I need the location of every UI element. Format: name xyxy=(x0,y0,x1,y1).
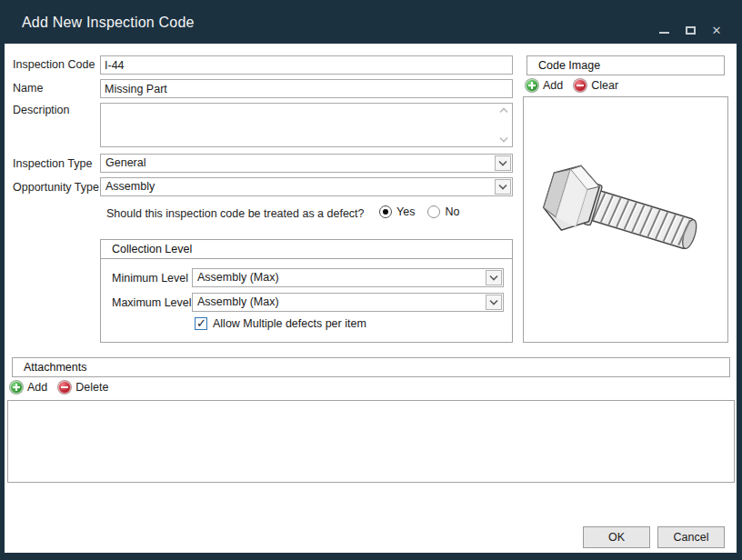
clear-label: Clear xyxy=(591,79,618,92)
inspection-type-select[interactable]: General xyxy=(100,154,513,173)
inspection-code-input[interactable] xyxy=(100,55,513,75)
delete-label: Delete xyxy=(75,381,108,394)
minus-circle-icon xyxy=(574,79,587,92)
cancel-button[interactable]: Cancel xyxy=(657,526,725,548)
close-icon: ✕ xyxy=(712,25,722,36)
collection-level-header: Collection Level xyxy=(100,239,513,259)
code-image-header: Code Image xyxy=(526,55,725,75)
dialog-content: Inspection Code Name Description Inspect… xyxy=(5,44,737,553)
radio-no[interactable]: No xyxy=(427,205,459,218)
maximize-icon xyxy=(686,26,696,35)
window-title: Add New Inspection Code xyxy=(22,15,195,31)
allow-multiple-defects-label: Allow Multiple defects per item xyxy=(213,317,366,330)
attachments-toolbar: Add Delete xyxy=(7,377,735,397)
chevron-down-icon[interactable] xyxy=(495,155,511,171)
code-image-clear-button[interactable]: Clear xyxy=(574,79,618,92)
maximum-level-value: Assembly (Max) xyxy=(197,295,483,308)
maximize-button[interactable] xyxy=(683,24,697,36)
defect-question-label: Should this inspection code be treated a… xyxy=(106,207,365,220)
collection-level-body: Minimum Level Assembly (Max) Maximum Lev… xyxy=(100,258,513,343)
scrollbar-down-icon[interactable] xyxy=(499,136,508,143)
code-image-add-button[interactable]: Add xyxy=(526,79,563,92)
code-image-toolbar: Add Clear xyxy=(523,75,728,95)
chevron-down-icon[interactable] xyxy=(486,270,502,285)
maximum-level-label: Maximum Level xyxy=(112,296,192,309)
checkbox-icon: ✓ xyxy=(195,317,207,330)
name-label: Name xyxy=(13,82,43,95)
add-label: Add xyxy=(543,79,563,92)
minimum-level-value: Assembly (Max) xyxy=(197,271,483,284)
attachments-list[interactable] xyxy=(7,400,735,483)
minimize-icon xyxy=(659,32,669,34)
radio-yes-circle xyxy=(379,205,392,218)
radio-no-label: No xyxy=(445,205,459,218)
opportunity-type-value: Assembly xyxy=(105,180,492,193)
plus-circle-icon xyxy=(526,79,538,92)
opportunity-type-select[interactable]: Assembly xyxy=(100,177,513,196)
description-textarea[interactable] xyxy=(100,103,513,147)
name-input[interactable] xyxy=(100,79,513,98)
code-image-preview xyxy=(523,96,728,343)
inspection-code-label: Inspection Code xyxy=(13,58,95,71)
radio-no-circle xyxy=(427,205,440,218)
inspection-type-value: General xyxy=(105,156,492,169)
allow-multiple-defects-checkbox[interactable]: ✓ Allow Multiple defects per item xyxy=(195,317,366,330)
minimum-level-select[interactable]: Assembly (Max) xyxy=(192,268,504,287)
add-label: Add xyxy=(27,381,47,394)
window-controls: ✕ xyxy=(657,24,724,36)
attachments-add-button[interactable]: Add xyxy=(10,381,47,394)
hex-bolt-image xyxy=(535,156,717,284)
attachments-delete-button[interactable]: Delete xyxy=(58,381,108,394)
minus-circle-icon xyxy=(58,381,71,394)
chevron-down-icon[interactable] xyxy=(495,179,511,195)
attachments-panel: Attachments Add Delete xyxy=(7,357,735,483)
minimum-level-label: Minimum Level xyxy=(112,272,188,285)
scrollbar-up-icon[interactable] xyxy=(499,107,508,114)
title-bar: Add New Inspection Code ✕ xyxy=(0,0,742,44)
minimize-button[interactable] xyxy=(657,24,671,36)
code-image-panel: Code Image Add Clear xyxy=(523,55,728,343)
inspection-type-label: Inspection Type xyxy=(13,157,92,170)
chevron-down-icon[interactable] xyxy=(486,295,502,310)
opportunity-type-label: Opportunity Type xyxy=(13,181,99,194)
maximum-level-select[interactable]: Assembly (Max) xyxy=(192,293,504,312)
close-button[interactable]: ✕ xyxy=(709,24,724,36)
description-label: Description xyxy=(13,104,70,116)
radio-yes-label: Yes xyxy=(396,205,415,218)
radio-yes[interactable]: Yes xyxy=(379,205,415,218)
defect-radio-group: Yes No xyxy=(379,205,459,218)
plus-circle-icon xyxy=(10,381,23,394)
collection-level-group: Collection Level Minimum Level Assembly … xyxy=(100,239,513,343)
attachments-header: Attachments xyxy=(12,357,730,377)
ok-button[interactable]: OK xyxy=(583,526,650,548)
